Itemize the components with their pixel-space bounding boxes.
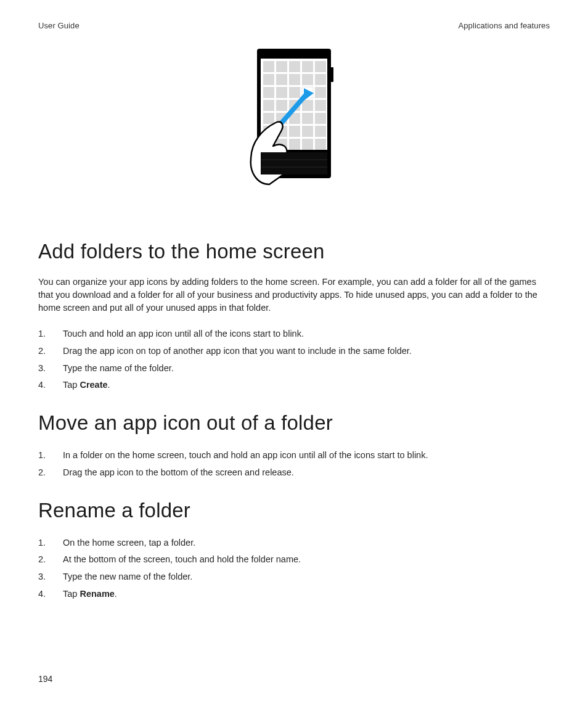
section-add-folders: Add folders to the home screen You can o… [38, 240, 550, 394]
svg-rect-17 [263, 100, 274, 111]
section-rename: Rename a folder On the home screen, tap … [38, 499, 550, 603]
list-item: Tap Rename. [38, 586, 550, 603]
svg-rect-6 [302, 61, 313, 72]
svg-rect-40 [261, 152, 327, 174]
svg-rect-9 [276, 74, 287, 85]
steps-move-out: In a folder on the home screen, touch an… [38, 447, 550, 482]
list-item: At the bottom of the screen, touch and h… [38, 551, 550, 568]
svg-rect-8 [263, 74, 274, 85]
section-move-out: Move an app icon out of a folder In a fo… [38, 411, 550, 482]
heading-rename: Rename a folder [38, 499, 550, 522]
svg-rect-35 [302, 139, 313, 150]
svg-rect-36 [315, 139, 326, 150]
svg-rect-29 [289, 126, 300, 137]
svg-rect-31 [315, 126, 326, 137]
illustration-container [38, 49, 550, 197]
list-item: In a folder on the home screen, touch an… [38, 447, 550, 464]
svg-rect-10 [289, 74, 300, 85]
svg-rect-4 [276, 61, 287, 72]
steps-rename: On the home screen, tap a folder. At the… [38, 535, 550, 603]
svg-rect-18 [276, 100, 287, 111]
svg-rect-5 [289, 61, 300, 72]
svg-rect-15 [289, 87, 300, 98]
heading-move-out: Move an app icon out of a folder [38, 411, 550, 435]
svg-rect-11 [302, 74, 313, 85]
svg-rect-12 [315, 74, 326, 85]
svg-rect-16 [315, 87, 326, 98]
svg-rect-30 [302, 126, 313, 137]
list-item: Drag the app icon to the bottom of the s… [38, 464, 550, 482]
svg-rect-3 [263, 61, 274, 72]
list-item: Drag the app icon on top of another app … [38, 343, 550, 360]
svg-rect-22 [263, 113, 274, 124]
heading-add-folders: Add folders to the home screen [38, 240, 550, 263]
list-item: Type the name of the folder. [38, 360, 550, 377]
svg-rect-25 [302, 113, 313, 124]
phone-drag-illustration [245, 49, 343, 197]
svg-rect-7 [315, 61, 326, 72]
svg-rect-14 [276, 87, 287, 98]
svg-rect-20 [302, 100, 313, 111]
list-item: On the home screen, tap a folder. [38, 535, 550, 552]
lead-paragraph: You can organize your app icons by addin… [38, 276, 550, 314]
svg-rect-26 [315, 113, 326, 124]
document-page: User Guide Applications and features [0, 0, 588, 706]
svg-rect-1 [331, 67, 333, 82]
list-item: Tap Create. [38, 377, 550, 394]
list-item: Type the new name of the folder. [38, 568, 550, 586]
svg-rect-34 [289, 139, 300, 150]
list-item: Touch and hold an app icon until all of … [38, 326, 550, 343]
steps-add-folders: Touch and hold an app icon until all of … [38, 326, 550, 394]
page-header: User Guide Applications and features [38, 21, 550, 30]
header-right: Applications and features [459, 21, 550, 30]
svg-rect-13 [263, 87, 274, 98]
page-number: 194 [38, 674, 52, 684]
header-left: User Guide [38, 21, 80, 30]
svg-rect-21 [315, 100, 326, 111]
